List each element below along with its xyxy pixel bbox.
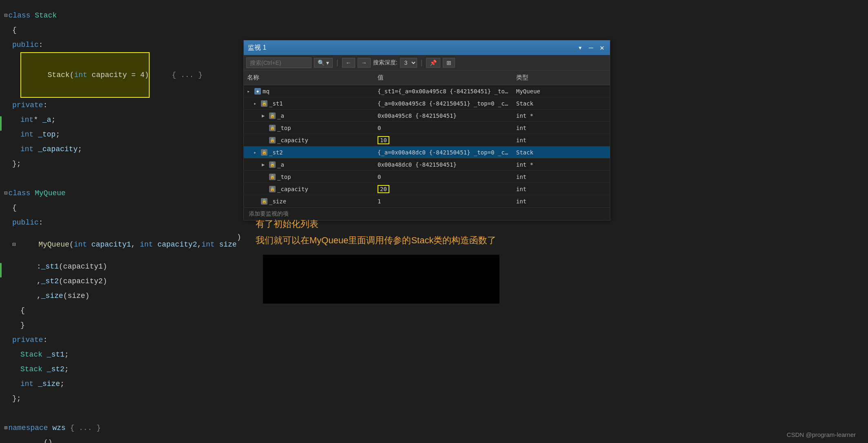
type-st2: Stack [513,148,594,157]
collapse-myqueue-ctor[interactable]: ⊟ [12,237,15,252]
watch-minimize-btn[interactable]: — [587,44,595,52]
watch-col-name: 名称 [244,72,374,83]
watch-search-input[interactable] [246,57,311,68]
value-st2: {_a=0x00a48dc0 {-842150451} _top=0 _capa… [374,148,513,157]
watch-back-btn[interactable]: ← [342,58,355,68]
watch-toolbar: 🔍 ▾ | ← → 搜索深度: 3 1 2 4 5 | 📌 ⊞ [244,55,610,71]
collapse-namespace[interactable]: ⊞ [4,421,7,435]
icon-st1-a: 🔒 [269,112,276,119]
name-st1-capacity: _capacity [277,137,308,143]
code-editor: ⊟ class Stack { public: Stack(int capaci… [0,0,245,443]
type-st1-a: int * [513,111,594,121]
icon-st2-top: 🔒 [269,174,276,180]
watch-col-value: 值 [374,72,513,83]
watch-row-st1-capacity[interactable]: ▶ 🔒 _capacity 10 int [244,134,610,146]
watch-row-st2-capacity[interactable]: ▶ 🔒 _capacity 20 int [244,183,610,195]
expand-st2[interactable]: ▸ [254,150,259,155]
name-st1-a: _a [277,112,284,119]
icon-st2-capacity: 🔒 [269,186,276,192]
name-st2-a: _a [277,161,284,168]
video-area [263,255,499,304]
type-st1: Stack [513,99,594,108]
watch-row-size[interactable]: ▶ 🔒 _size 1 int [244,195,610,207]
value-st1-capacity: 10 [374,134,513,146]
value-st2-capacity: 20 [374,183,513,195]
watch-sep2: | [420,59,424,67]
watch-expand-btn[interactable]: ⊞ [443,58,455,68]
name-st2-capacity: _capacity [277,186,308,192]
annotation-line1: 有了初始化列表 [256,216,598,232]
expand-mq[interactable]: ▸ [247,88,253,94]
watch-pin-btn[interactable]: ▾ [576,43,584,52]
type-st1-capacity: int [513,135,594,145]
watch-forward-btn[interactable]: → [358,58,371,68]
highlighted-value-10: 10 [378,136,389,144]
watch-row-st2[interactable]: ▸ 🔒 _st2 {_a=0x00a48dc0 {-842150451} _to… [244,146,610,159]
watch-row-st1-a[interactable]: ▶ 🔒 _a 0x00a495c8 {-842150451} int * [244,110,610,122]
expand-st2-a[interactable]: ▶ [262,162,267,168]
watch-table-body: ▸ ◆ mq {_st1={_a=0x00a495c8 {-842150451}… [244,85,610,207]
watch-title: 监视 1 [248,44,266,52]
watch-row-mq[interactable]: ▸ ◆ mq {_st1={_a=0x00a495c8 {-842150451}… [244,85,610,97]
type-mq: MyQueue [513,86,594,96]
icon-mq: ◆ [254,88,261,95]
watch-title-controls: ▾ — ✕ [576,43,606,52]
watch-sep1: | [335,59,340,67]
type-size: int [513,196,594,206]
annotation-line2: 我们就可以在MyQueue里面调用传参的Stack类的构造函数了 [256,232,598,249]
watch-window: 监视 1 ▾ — ✕ 🔍 ▾ | ← → 搜索深度: 3 1 2 4 5 | 📌… [243,40,610,220]
watch-col-type: 类型 [513,72,594,83]
type-st2-capacity: int [513,184,594,194]
expand-st1-a[interactable]: ▶ [262,113,267,119]
icon-st2: 🔒 [261,149,267,156]
watch-titlebar: 监视 1 ▾ — ✕ [244,40,610,55]
watch-pin2-btn[interactable]: 📌 [426,58,440,68]
value-st2-a: 0x00a48dc0 {-842150451} [374,160,513,170]
name-st2: _st2 [269,149,283,156]
watermark: CSDN @program-learner [787,431,856,438]
name-st2-top: _top [277,174,291,180]
collapse-class-myqueue[interactable]: ⊟ [4,186,7,201]
icon-size: 🔒 [261,198,267,205]
value-st1-a: 0x00a495c8 {-842150451} [374,111,513,121]
value-st2-top: 0 [374,172,513,182]
value-size: 1 [374,196,513,206]
name-mq: mq [263,88,269,95]
type-st2-a: int * [513,160,594,170]
icon-st2-a: 🔒 [269,161,276,168]
watch-table-header: 名称 值 类型 [244,71,610,85]
watch-row-st2-a[interactable]: ▶ 🔒 _a 0x00a48dc0 {-842150451} int * [244,159,610,171]
watch-row-st2-top[interactable]: ▶ 🔒 _top 0 int [244,171,610,183]
value-st1-top: 0 [374,123,513,133]
annotation-text-area: 有了初始化列表 我们就可以在MyQueue里面调用传参的Stack类的构造函数了 [243,208,610,257]
watch-close-btn[interactable]: ✕ [598,43,606,52]
watch-depth-label: 搜索深度: [373,59,398,66]
watch-search-btn[interactable]: 🔍 ▾ [314,58,333,68]
type-st2-top: int [513,172,594,182]
watch-depth-select[interactable]: 3 1 2 4 5 [400,58,417,68]
watch-row-st1[interactable]: ▸ 🔒 _st1 {_a=0x00a495c8 {-842150451} _to… [244,97,610,110]
name-size: _size [269,198,286,205]
icon-st1-top: 🔒 [269,125,276,131]
icon-st1-capacity: 🔒 [269,137,276,143]
value-st1: {_a=0x00a495c8 {-842150451} _top=0 _capa… [374,99,513,108]
name-st1: _st1 [269,100,283,107]
value-mq: {_st1={_a=0x00a495c8 {-842150451} _top=0… [374,86,513,96]
icon-st1: 🔒 [261,100,267,107]
watch-row-st1-top[interactable]: ▶ 🔒 _top 0 int [244,122,610,134]
highlighted-value-20: 20 [378,185,389,193]
collapse-class-stack[interactable]: ⊟ [4,8,7,23]
type-st1-top: int [513,123,594,133]
expand-st1[interactable]: ▸ [254,101,259,106]
name-st1-top: _top [277,125,291,131]
